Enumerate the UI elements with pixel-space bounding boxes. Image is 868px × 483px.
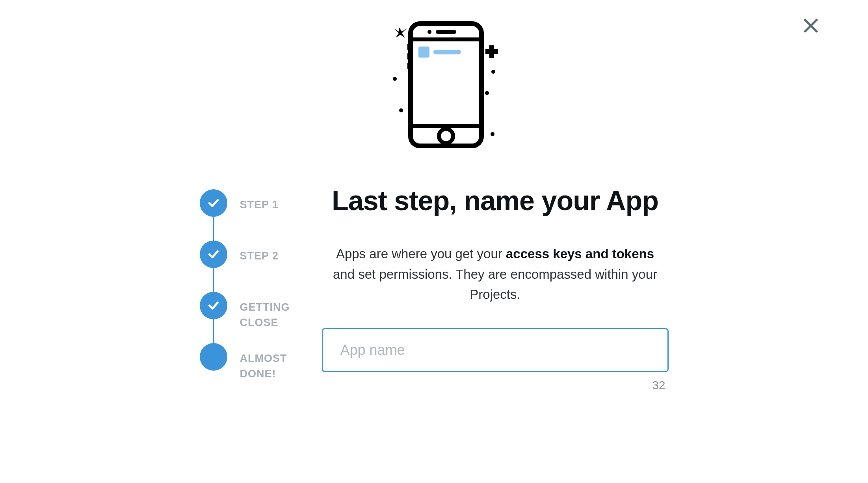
svg-point-11 (393, 77, 397, 81)
svg-rect-10 (433, 50, 461, 54)
svg-point-14 (491, 132, 494, 136)
close-button[interactable] (801, 16, 821, 35)
svg-point-12 (399, 108, 403, 112)
svg-point-13 (485, 91, 489, 95)
step-1-circle (200, 189, 227, 217)
svg-rect-6 (407, 43, 411, 50)
step-2: STEP 2 (200, 241, 310, 292)
svg-point-2 (427, 30, 431, 34)
description-post: and set permissions. They are encompasse… (333, 267, 657, 302)
svg-rect-8 (407, 62, 411, 69)
svg-rect-9 (418, 47, 429, 58)
step-4: ALMOST DONE! (200, 343, 310, 382)
step-2-circle (200, 241, 227, 268)
step-2-label: STEP 2 (240, 241, 279, 264)
step-3-label: GETTING CLOSE (240, 292, 310, 330)
step-3: GETTING CLOSE (200, 292, 310, 343)
svg-rect-7 (407, 53, 411, 60)
step-1-label: STEP 1 (240, 189, 279, 213)
svg-point-15 (491, 70, 495, 74)
phone-illustration (119, 8, 749, 150)
svg-point-5 (439, 129, 453, 143)
svg-rect-1 (436, 30, 456, 34)
check-icon (206, 298, 221, 313)
char-count: 32 (322, 379, 669, 392)
step-4-circle (200, 343, 227, 371)
check-icon (206, 196, 221, 210)
app-name-input[interactable] (322, 328, 669, 372)
close-icon (802, 17, 820, 34)
page-title: Last step, name your App (322, 185, 669, 216)
description: Apps are where you get your access keys … (322, 244, 669, 304)
description-pre: Apps are where you get your (336, 246, 506, 261)
step-4-label: ALMOST DONE! (240, 343, 310, 382)
description-bold: access keys and tokens (506, 246, 654, 261)
step-3-circle (200, 292, 227, 319)
step-1: STEP 1 (200, 189, 310, 241)
check-icon (206, 247, 221, 261)
stepper: STEP 1 STEP 2 GETTING CLOSE (200, 185, 310, 392)
